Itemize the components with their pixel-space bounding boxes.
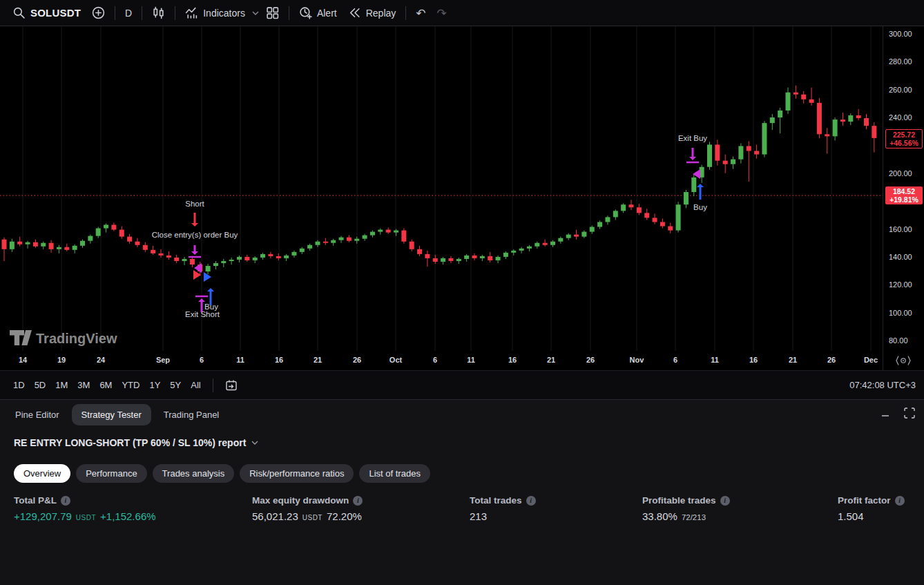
minimize-panel-icon[interactable]	[880, 407, 891, 419]
candle-body	[731, 160, 735, 164]
range-button-3m[interactable]: 3M	[73, 377, 95, 393]
info-icon[interactable]: i	[895, 496, 905, 506]
time-tick-label: 14	[19, 356, 27, 364]
maximize-panel-icon[interactable]	[903, 407, 916, 419]
replay-button[interactable]: Replay	[343, 3, 402, 23]
candle-body	[503, 253, 508, 257]
report-title-row[interactable]: RE ENTRY LONG-SHORT (TP 60% / SL 10%) re…	[14, 437, 258, 448]
report-pill-trades-analysis[interactable]: Trades analysis	[153, 464, 235, 483]
indicator-templates-chevron[interactable]	[251, 3, 260, 23]
stat-max-equity-drawdown: Max equity drawdowni56,021.23USDT72.20%	[252, 495, 363, 522]
range-button-5y[interactable]: 5Y	[165, 377, 186, 393]
candle-body	[316, 242, 320, 245]
time-tick-label: 6	[673, 356, 677, 364]
time-tick-label: 16	[749, 356, 758, 364]
report-pill-list-of-trades[interactable]: List of trades	[359, 464, 430, 483]
range-button-5d[interactable]: 5D	[30, 377, 51, 393]
toolbar-divider	[213, 378, 213, 392]
timezone-clock[interactable]: 07:42:08 UTC+3	[849, 380, 916, 390]
candle-body	[119, 230, 124, 237]
last-price-label: 225.72+46.56%	[885, 129, 923, 148]
range-button-1d[interactable]: 1D	[8, 377, 30, 393]
panel-tab-strategy-tester[interactable]: Strategy Tester	[72, 404, 151, 425]
range-button-all[interactable]: All	[186, 377, 205, 393]
candle-body	[244, 257, 249, 260]
stat-value: +129,207.79	[14, 510, 72, 522]
candle-body	[174, 258, 179, 261]
time-tick-label: 11	[711, 356, 719, 364]
candle-body	[464, 256, 469, 259]
main-chart-area[interactable]: TradingViewShortClose entry(s) order Buy…	[0, 26, 883, 351]
candle-body	[581, 232, 586, 237]
chart-type-button[interactable]	[146, 3, 171, 23]
candle-body	[182, 259, 187, 261]
candle-body	[511, 251, 516, 253]
interval-button[interactable]: D	[119, 3, 137, 23]
candle-body	[605, 217, 610, 222]
candle-body	[723, 161, 728, 164]
undo-button[interactable]: ↶	[410, 3, 431, 23]
candle-body	[715, 144, 720, 160]
time-tick-label: 26	[353, 356, 361, 364]
candle-body	[856, 115, 861, 118]
alert-clock-icon	[299, 6, 312, 19]
range-button-1m[interactable]: 1M	[50, 377, 73, 393]
candle-body	[472, 256, 477, 258]
panel-tab-trading-panel[interactable]: Trading Panel	[154, 404, 229, 425]
candle-body	[96, 229, 101, 236]
range-button-1y[interactable]: 1Y	[144, 377, 165, 393]
candle-body	[558, 238, 563, 242]
candle-body	[33, 242, 38, 247]
marker-arrow-head	[207, 288, 214, 291]
symbol-search-button[interactable]: SOLUSDT	[7, 3, 86, 23]
go-to-date-button[interactable]	[220, 376, 242, 394]
svg-text:TradingView: TradingView	[36, 331, 117, 346]
candle-body	[637, 207, 642, 213]
candle-body	[300, 249, 305, 252]
price-tick-label: 200.00	[889, 169, 912, 178]
indicators-button[interactable]: Indicators	[180, 3, 251, 23]
overview-stats: Total P&Li+129,207.79USDT+1,152.66%Max e…	[0, 495, 924, 534]
candle-body	[535, 243, 539, 247]
compare-add-button[interactable]	[86, 3, 110, 23]
scale-settings-icon[interactable]	[894, 354, 912, 367]
time-axis[interactable]: 141924Sep611162126Oct611162126Nov6111621…	[0, 351, 883, 370]
price-tick-label: 280.00	[889, 57, 912, 66]
candle-body	[590, 227, 595, 232]
trade-marker-label: Exit Short	[185, 310, 220, 318]
price-tick-label: 260.00	[889, 86, 912, 94]
candle-body	[448, 258, 453, 261]
trade-marker-triangle	[204, 272, 211, 282]
candle-body	[864, 118, 869, 126]
candle-body	[684, 192, 689, 204]
info-icon[interactable]: i	[61, 496, 70, 506]
indicators-label: Indicators	[203, 8, 245, 19]
report-pill-risk-performance-ratios[interactable]: Risk/performance ratios	[240, 464, 354, 483]
range-button-ytd[interactable]: YTD	[117, 377, 144, 393]
price-axis[interactable]: 300.00280.00260.00240.00200.00160.00140.…	[883, 26, 924, 370]
info-icon[interactable]: i	[526, 496, 536, 506]
report-pill-performance[interactable]: Performance	[76, 464, 146, 483]
top-toolbar: SOLUSDT D Indicators Alert Replay	[0, 0, 924, 26]
info-icon[interactable]: i	[353, 496, 363, 506]
trade-marker-label: Close entry(s) order Buy	[152, 231, 238, 239]
trade-marker-label: Short	[185, 200, 204, 208]
report-pill-overview[interactable]: Overview	[14, 464, 70, 483]
panel-tab-pine-editor[interactable]: Pine Editor	[6, 404, 69, 425]
stat-unit: USDT	[76, 514, 96, 521]
info-icon[interactable]: i	[720, 496, 730, 506]
marker-arrow-head	[697, 184, 704, 187]
range-button-6m[interactable]: 6M	[95, 377, 117, 393]
toolbar-divider	[115, 6, 115, 20]
layout-grid-button[interactable]	[260, 3, 285, 23]
alert-button[interactable]: Alert	[293, 3, 343, 23]
stat-extra: 72.20%	[327, 510, 362, 522]
time-tick-label: 16	[508, 356, 517, 364]
redo-button[interactable]: ↷	[432, 3, 452, 23]
time-tick-label: 26	[586, 356, 595, 364]
price-tick-label: 80.00	[889, 336, 908, 345]
stat-label: Total P&L	[14, 495, 57, 506]
candle-body	[597, 222, 602, 227]
candle-body	[151, 250, 155, 253]
candle-body	[550, 242, 555, 245]
